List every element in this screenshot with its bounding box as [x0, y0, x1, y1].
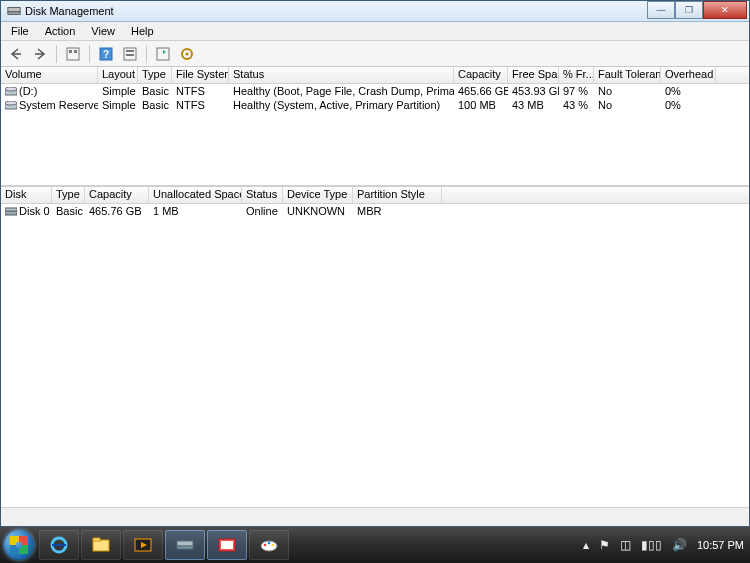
- minimize-button[interactable]: —: [647, 1, 675, 19]
- toolbar-separator: [56, 45, 57, 63]
- volume-row[interactable]: (D:) Simple Basic NTFS Healthy (Boot, Pa…: [1, 84, 749, 98]
- close-button[interactable]: ✕: [703, 1, 747, 19]
- properties-button[interactable]: [176, 43, 198, 65]
- col-disk-capacity[interactable]: Capacity: [85, 187, 149, 203]
- app-icon: [7, 4, 21, 18]
- disks-header-row: Disk Type Capacity Unallocated Space Sta…: [1, 187, 749, 204]
- menu-action[interactable]: Action: [37, 23, 84, 39]
- col-disk-status[interactable]: Status: [242, 187, 283, 203]
- help-button[interactable]: ?: [95, 43, 117, 65]
- svg-point-30: [272, 544, 275, 547]
- svg-rect-4: [74, 50, 77, 53]
- tray-clock[interactable]: 10:57 PM: [697, 539, 744, 551]
- svg-point-12: [186, 52, 189, 55]
- taskbar-diskmgmt[interactable]: [165, 530, 205, 560]
- maximize-button[interactable]: ❐: [675, 1, 703, 19]
- svg-rect-18: [5, 208, 17, 211]
- volumes-rows: (D:) Simple Basic NTFS Healthy (Boot, Pa…: [1, 84, 749, 112]
- col-volume[interactable]: Volume: [1, 67, 98, 83]
- col-filesystem[interactable]: File System: [172, 67, 229, 83]
- taskbar-mediaplayer[interactable]: [123, 530, 163, 560]
- col-type[interactable]: Type: [138, 67, 172, 83]
- taskbar-app[interactable]: [207, 530, 247, 560]
- toolbar-separator: [146, 45, 147, 63]
- svg-rect-0: [8, 8, 20, 12]
- taskbar-ie[interactable]: [39, 530, 79, 560]
- col-pctfree[interactable]: % Fr...: [559, 67, 594, 83]
- tray-network-icon[interactable]: ▮▯▯: [641, 538, 662, 552]
- col-unallocated[interactable]: Unallocated Space: [149, 187, 242, 203]
- menu-help[interactable]: Help: [123, 23, 162, 39]
- col-fault[interactable]: Fault Toleran...: [594, 67, 661, 83]
- col-partition-style[interactable]: Partition Style: [353, 187, 442, 203]
- svg-point-28: [264, 544, 267, 547]
- back-button[interactable]: [5, 43, 27, 65]
- menu-file[interactable]: File: [3, 23, 37, 39]
- forward-button[interactable]: [29, 43, 51, 65]
- col-disk[interactable]: Disk: [1, 187, 52, 203]
- svg-point-16: [5, 101, 17, 105]
- taskbar: ▴ ⚑ ◫ ▮▯▯ 🔊 10:57 PM: [0, 527, 750, 563]
- title-bar[interactable]: Disk Management — ❐ ✕: [1, 1, 749, 22]
- svg-rect-1: [8, 12, 20, 15]
- volumes-header-row: Volume Layout Type File System Status Ca…: [1, 67, 749, 84]
- volumes-pane: Volume Layout Type File System Status Ca…: [1, 67, 749, 187]
- tray-flag-icon[interactable]: ⚑: [599, 538, 610, 552]
- disk-row[interactable]: Disk 0 Basic 465.76 GB 1 MB Online UNKNO…: [1, 204, 749, 218]
- tray-firewall-icon[interactable]: ◫: [620, 538, 631, 552]
- volume-icon: [5, 87, 17, 97]
- taskbar-explorer[interactable]: [81, 530, 121, 560]
- col-capacity[interactable]: Capacity: [454, 67, 508, 83]
- svg-rect-26: [221, 541, 233, 549]
- svg-rect-21: [93, 538, 100, 541]
- svg-rect-3: [69, 50, 72, 53]
- col-status[interactable]: Status: [229, 67, 454, 83]
- disks-rows: Disk 0 Basic 465.76 GB 1 MB Online UNKNO…: [1, 204, 749, 218]
- tray-arrow-icon[interactable]: ▴: [583, 538, 589, 552]
- start-button[interactable]: [0, 527, 38, 563]
- volume-icon: [5, 101, 17, 111]
- svg-rect-24: [177, 546, 193, 549]
- tree-view-button[interactable]: [62, 43, 84, 65]
- refresh-button[interactable]: [152, 43, 174, 65]
- svg-rect-9: [126, 54, 134, 56]
- svg-rect-20: [93, 540, 109, 551]
- menu-view[interactable]: View: [83, 23, 123, 39]
- menu-bar: File Action View Help: [1, 22, 749, 41]
- disk-management-window: Disk Management — ❐ ✕ File Action View H…: [0, 0, 750, 527]
- window-controls: — ❐ ✕: [647, 1, 747, 19]
- col-device-type[interactable]: Device Type: [283, 187, 353, 203]
- volume-row[interactable]: System Reserved (C:) Simple Basic NTFS H…: [1, 98, 749, 112]
- disks-pane: Disk Type Capacity Unallocated Space Sta…: [1, 187, 749, 525]
- svg-point-29: [268, 542, 271, 545]
- taskbar-paint[interactable]: [249, 530, 289, 560]
- settings-button[interactable]: [119, 43, 141, 65]
- col-layout[interactable]: Layout: [98, 67, 138, 83]
- col-disk-type[interactable]: Type: [52, 187, 85, 203]
- svg-point-14: [5, 87, 17, 91]
- svg-rect-8: [126, 50, 134, 52]
- status-bar: [1, 507, 749, 526]
- system-tray: ▴ ⚑ ◫ ▮▯▯ 🔊 10:57 PM: [577, 538, 750, 552]
- toolbar-separator: [89, 45, 90, 63]
- window-title: Disk Management: [25, 5, 647, 17]
- disk-icon: [5, 207, 17, 217]
- tray-speaker-icon[interactable]: 🔊: [672, 538, 687, 552]
- svg-text:?: ?: [103, 49, 109, 60]
- toolbar: ?: [1, 41, 749, 67]
- svg-rect-23: [177, 541, 193, 546]
- col-freespace[interactable]: Free Spa...: [508, 67, 559, 83]
- col-overhead[interactable]: Overhead: [661, 67, 716, 83]
- svg-rect-2: [67, 48, 79, 60]
